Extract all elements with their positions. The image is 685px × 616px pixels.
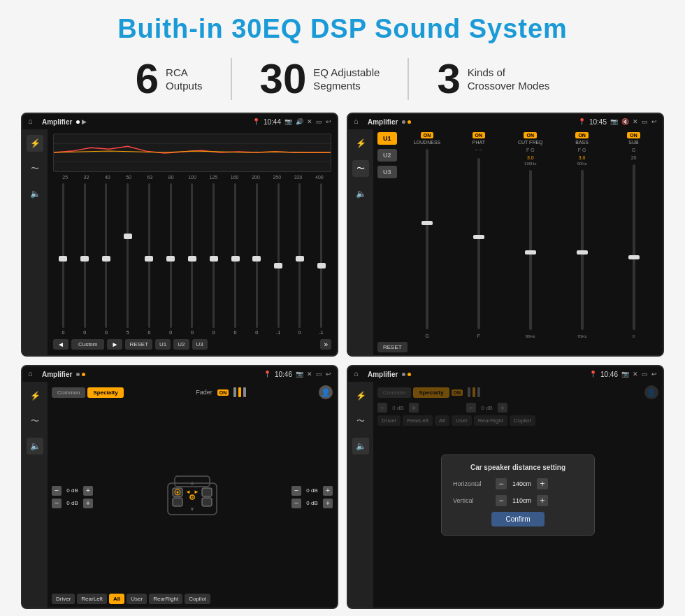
window-icon-br: ▭ — [642, 371, 648, 378]
slider-4[interactable]: 5 — [117, 183, 138, 335]
svg-point-16 — [192, 496, 193, 498]
home-icon-tr[interactable]: ⌂ — [354, 117, 363, 127]
fader-bars — [233, 387, 246, 397]
db-minus-fl[interactable]: − — [52, 486, 62, 496]
tab-specialty-bl[interactable]: Specialty — [87, 387, 123, 398]
on-cutfreq[interactable]: ON — [524, 132, 537, 138]
wave-icon[interactable]: 〜 — [27, 160, 43, 177]
prev-preset-btn[interactable]: ◄ — [53, 339, 68, 350]
horizontal-minus-btn[interactable]: − — [496, 478, 507, 489]
wave-icon-br[interactable]: 〜 — [352, 413, 369, 429]
stat-text-eq: EQ AdjustableSegments — [313, 66, 380, 93]
on-bass[interactable]: ON — [575, 132, 589, 138]
slider-7[interactable]: 0 — [182, 183, 203, 335]
speaker-icon-br[interactable]: 🔈 — [352, 438, 369, 454]
u3-btn[interactable]: U3 — [192, 339, 208, 350]
slider-1[interactable]: 0 — [53, 183, 73, 335]
phat-label: PHAT — [473, 140, 485, 145]
vertical-plus-btn[interactable]: + — [537, 495, 548, 506]
slider-3[interactable]: 0 — [96, 183, 117, 335]
on-badge-fader[interactable]: ON — [217, 389, 229, 396]
dot-br1 — [402, 373, 405, 376]
driver-btn-bl[interactable]: Driver — [52, 594, 75, 604]
db-control-fr: − 0 dB + — [291, 486, 333, 496]
fader-car-area: − 0 dB + − 0 dB + — [52, 403, 333, 591]
wave-icon-tr[interactable]: 〜 — [352, 160, 369, 177]
on-loudness[interactable]: ON — [421, 132, 434, 138]
next-preset-btn[interactable]: ► — [107, 339, 122, 350]
eq-icon-tr[interactable]: ⚡ — [352, 135, 369, 152]
slider-2[interactable]: 0 — [75, 183, 95, 335]
bass-label: BASS — [575, 140, 589, 145]
back-icon-br[interactable]: ↩ — [651, 371, 657, 378]
slider-11[interactable]: -1 — [268, 183, 289, 335]
car-visual: ◄ ► ▲ ▼ — [96, 403, 289, 591]
stat-number-rca: 6 — [136, 58, 159, 100]
on-phat[interactable]: ON — [473, 132, 486, 138]
speaker-icon-tr[interactable]: 🔈 — [352, 185, 369, 202]
db-plus-rl[interactable]: + — [83, 499, 93, 508]
wave-icon-bl[interactable]: 〜 — [27, 413, 43, 429]
fader-bar-br3 — [477, 387, 480, 397]
slider-9[interactable]: 0 — [225, 183, 245, 335]
rearright-btn-bl[interactable]: RearRight — [149, 594, 182, 604]
db-plus-rr[interactable]: + — [323, 499, 333, 508]
eq-icon-bl[interactable]: ⚡ — [27, 387, 43, 404]
status-dots-tr — [402, 120, 411, 124]
back-icon-tl[interactable]: ↩ — [326, 118, 331, 125]
camera-icon-tr: 📷 — [610, 118, 618, 125]
db-minus-rr[interactable]: − — [291, 499, 301, 508]
fader-bottom-br: Driver RearLeft All User RearRight Copil… — [377, 415, 658, 426]
u1-crossover-btn[interactable]: U1 — [377, 132, 397, 145]
home-icon-tl[interactable]: ⌂ — [28, 117, 38, 127]
slider-5[interactable]: 0 — [139, 183, 159, 335]
db-plus-fl[interactable]: + — [83, 486, 93, 496]
eq-icon[interactable]: ⚡ — [27, 135, 43, 152]
slider-8[interactable]: 0 — [203, 183, 224, 335]
sub-slider[interactable] — [633, 164, 635, 330]
home-icon-bl[interactable]: ⌂ — [28, 369, 38, 379]
speaker-icon[interactable]: 🔈 — [27, 185, 43, 202]
bass-slider[interactable] — [581, 170, 584, 330]
reset-crossover-btn[interactable]: RESET — [377, 342, 408, 352]
u2-btn[interactable]: U2 — [173, 339, 189, 350]
reset-btn[interactable]: RESET — [125, 339, 152, 350]
tab-common-bl[interactable]: Common — [52, 387, 85, 398]
slider-12[interactable]: 0 — [289, 183, 310, 335]
window-icon-tl: ▭ — [316, 118, 322, 125]
u2-crossover-btn[interactable]: U2 — [377, 149, 397, 162]
custom-preset-btn[interactable]: Custom — [71, 339, 105, 350]
db-plus-fr[interactable]: + — [323, 486, 333, 496]
vertical-minus-btn[interactable]: − — [496, 495, 507, 506]
fader-bar-br2 — [473, 387, 475, 397]
cutfreq-slider[interactable] — [529, 170, 532, 330]
slider-6[interactable]: 0 — [161, 183, 181, 335]
car-diagram: ◄ ► ▲ ▼ — [157, 469, 227, 525]
confirm-btn[interactable]: Confirm — [491, 512, 544, 527]
status-right-tl: 📍 10:44 📷 🔊 ✕ ▭ ↩ — [252, 118, 331, 126]
u1-btn[interactable]: U1 — [155, 339, 171, 350]
crossover-main: U1 U2 U3 ON LOUDNESS — [373, 129, 663, 355]
slider-13[interactable]: -1 — [311, 183, 331, 335]
db-minus-rl[interactable]: − — [52, 499, 62, 508]
loudness-slider[interactable] — [426, 149, 428, 329]
on-sub[interactable]: ON — [627, 132, 640, 138]
eq-icon-br[interactable]: ⚡ — [352, 387, 369, 404]
tab-specialty-br: Specialty — [413, 387, 449, 398]
home-icon-br[interactable]: ⌂ — [354, 369, 363, 379]
user-btn-bl[interactable]: User — [127, 594, 147, 604]
slider-10[interactable]: 0 — [247, 183, 267, 335]
person-icon[interactable]: 👤 — [319, 385, 333, 399]
rearleft-btn-bl[interactable]: RearLeft — [77, 594, 107, 604]
db-minus-fr[interactable]: − — [291, 486, 301, 496]
expand-btn[interactable]: » — [320, 339, 331, 350]
copilot-btn-bl[interactable]: Copilot — [185, 594, 210, 604]
all-btn-bl[interactable]: All — [109, 594, 124, 604]
crossover-controls: ON LOUDNESS G ON PHAT — [403, 132, 658, 338]
speaker-icon-bl[interactable]: 🔈 — [27, 438, 43, 454]
phat-slider[interactable] — [477, 158, 480, 329]
back-icon-bl[interactable]: ↩ — [326, 371, 331, 378]
back-icon-tr[interactable]: ↩ — [651, 118, 657, 125]
horizontal-plus-btn[interactable]: + — [537, 478, 548, 489]
u3-crossover-btn[interactable]: U3 — [377, 166, 397, 178]
